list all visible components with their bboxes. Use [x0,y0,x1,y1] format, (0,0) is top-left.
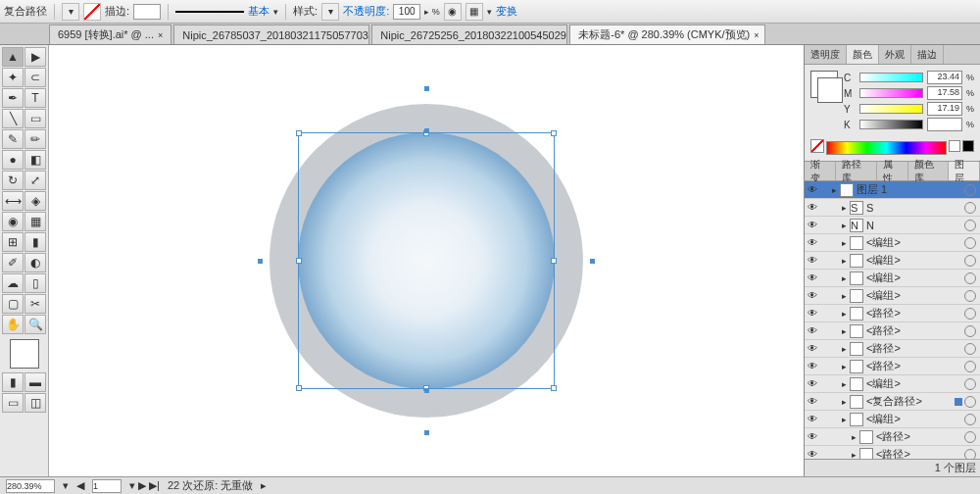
target-icon[interactable] [964,414,976,425]
zoom-input[interactable] [6,479,55,493]
mesh-tool[interactable]: ⊞ [2,232,24,252]
visibility-icon[interactable]: 👁 [805,325,820,336]
rotate-tool[interactable]: ↻ [2,171,24,190]
magic-wand-tool[interactable]: ✦ [2,68,24,87]
opacity-input[interactable] [393,4,420,20]
tab-attrs[interactable]: 属性 [877,162,908,180]
rectangle-tool[interactable]: ▭ [24,109,46,128]
visibility-icon[interactable]: 👁 [805,202,820,213]
layer-row[interactable]: 👁▸<编组> [805,252,980,270]
layer-row[interactable]: 👁▸<编组> [805,270,980,287]
visibility-icon[interactable]: 👁 [805,414,820,424]
y-slider[interactable] [859,104,923,114]
k-slider[interactable] [859,120,923,129]
hand-tool[interactable]: ✋ [2,315,24,334]
target-icon[interactable] [964,202,976,214]
visibility-icon[interactable]: 👁 [805,431,820,442]
screen-mode[interactable]: ▭ [2,393,24,413]
target-icon[interactable] [964,361,976,372]
stroke-weight-input[interactable] [133,4,161,20]
target-icon[interactable] [964,237,976,249]
eraser-tool[interactable]: ◧ [24,150,46,170]
fill-stroke-preview[interactable] [810,71,838,98]
opacity-label[interactable]: 不透明度: [343,4,389,19]
layer-row[interactable]: 👁▸<编组> [805,411,980,428]
handle-sw[interactable] [296,385,302,391]
target-icon[interactable] [964,325,976,337]
target-icon[interactable] [964,272,976,284]
target-icon[interactable] [964,308,976,320]
stroke-preview[interactable] [175,11,244,13]
anchor-bottom[interactable] [424,430,429,435]
no-fill-icon[interactable] [83,3,101,21]
y-value[interactable]: 17.19 [927,102,962,116]
target-icon[interactable] [964,343,976,355]
layer-row[interactable]: 👁▸<复合路径> [805,393,980,411]
perspective-tool[interactable]: ▦ [24,212,46,231]
blob-tool[interactable]: ● [2,150,24,170]
handle-nw[interactable] [296,130,302,136]
anchor-left[interactable] [258,259,263,264]
target-icon[interactable] [964,396,976,408]
layer-row[interactable]: 👁▸<编组> [805,287,980,305]
selection-tool[interactable]: ▲ [2,47,24,67]
target-icon[interactable] [964,290,976,302]
draw-mode[interactable]: ◫ [24,393,46,413]
layer-row[interactable]: 👁▸图层 1 [805,181,980,199]
direct-select-tool[interactable]: ▶ [24,47,46,67]
visibility-icon[interactable]: 👁 [805,255,820,266]
pen-tool[interactable]: ✒ [2,88,24,108]
blend-tool[interactable]: ◐ [24,253,46,272]
graph-tool[interactable]: ▯ [24,273,46,293]
doc-tab-0[interactable]: 6959 [转换].ai* @ ...× [49,25,172,44]
handle-e[interactable] [551,258,557,264]
fill-stroke-swatch[interactable] [10,339,39,369]
target-icon[interactable] [964,431,976,443]
m-slider[interactable] [859,88,923,98]
tab-appearance[interactable]: 外观 [879,45,911,64]
m-value[interactable]: 17.58 [927,86,962,100]
fill-swatch[interactable]: ▾ [62,3,79,21]
gradient-tool[interactable]: ▮ [24,232,46,252]
k-value[interactable] [927,118,962,131]
target-icon[interactable] [964,184,976,196]
shape-builder-tool[interactable]: ◉ [2,212,24,231]
layer-row[interactable]: 👁▸<编组> [805,234,980,252]
width-tool[interactable]: ⟷ [2,191,24,211]
line-tool[interactable]: ╲ [2,109,24,128]
visibility-icon[interactable]: 👁 [805,378,820,389]
visibility-icon[interactable]: 👁 [805,308,820,319]
basic-label[interactable]: 基本 [248,4,270,19]
visibility-icon[interactable]: 👁 [805,361,820,371]
target-icon[interactable] [964,255,976,267]
visibility-icon[interactable]: 👁 [805,184,820,195]
black-swatch[interactable] [962,140,974,152]
lasso-tool[interactable]: ⊂ [24,68,46,87]
anchor-top[interactable] [424,86,429,91]
zoom-tool[interactable]: 🔍 [24,315,46,334]
handle-ne[interactable] [551,130,557,136]
pencil-tool[interactable]: ✏ [24,129,46,149]
layer-row[interactable]: 👁▸SS [805,199,980,217]
visibility-icon[interactable]: 👁 [805,272,820,283]
layers-panel[interactable]: 👁▸图层 1👁▸SS👁▸NN👁▸<编组>👁▸<编组>👁▸<编组>👁▸<编组>👁▸… [805,181,980,459]
visibility-icon[interactable]: 👁 [805,449,820,459]
color-mode[interactable]: ▮ [2,372,24,392]
slice-tool[interactable]: ✂ [24,294,46,314]
handle-se[interactable] [551,385,557,391]
layer-row[interactable]: 👁▸<路径> [805,358,980,375]
gradient-mode[interactable]: ▬ [24,372,46,392]
scale-tool[interactable]: ⤢ [24,171,46,190]
visibility-icon[interactable]: 👁 [805,290,820,301]
layer-row[interactable]: 👁▸NN [805,217,980,234]
layer-row[interactable]: 👁▸<路径> [805,340,980,358]
eyedropper-tool[interactable]: ✐ [2,253,24,272]
tab-stroke[interactable]: 描边 [911,45,944,64]
layer-row[interactable]: 👁▸<路径> [805,322,980,340]
visibility-icon[interactable]: 👁 [805,396,820,407]
anchor-top-inner[interactable] [424,128,429,133]
anchor-right[interactable] [590,259,595,264]
layer-row[interactable]: 👁▸<路径> [805,428,980,446]
none-swatch[interactable] [810,139,824,153]
anchor-bottom-inner[interactable] [424,388,429,393]
